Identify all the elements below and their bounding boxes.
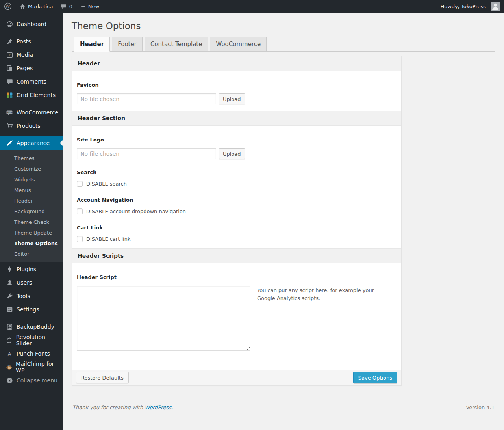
users-icon: [6, 279, 13, 286]
header-script-help: You can put any script here, for example…: [257, 286, 379, 302]
nav-tab-wrapper: Header Footer Contact Template WooCommer…: [72, 37, 495, 52]
footer-version: Version 4.1: [466, 404, 495, 410]
media-icon: ♪: [6, 52, 13, 58]
disable-account-nav-checkbox-label: DISABLE account dropdown navigation: [86, 208, 186, 214]
comments-icon: [6, 78, 13, 85]
favicon-upload-button[interactable]: Upload: [219, 93, 245, 104]
main-content: Theme Options Header Footer Contact Temp…: [63, 13, 504, 430]
menu-separator: [0, 31, 63, 35]
disable-search-row: DISABLE search: [77, 181, 397, 187]
site-name-link[interactable]: Marketica: [16, 0, 57, 13]
disable-cart-link-row: DISABLE cart link: [77, 236, 397, 242]
comments-count: 0: [69, 4, 72, 9]
cart-link-label: Cart Link: [77, 225, 397, 231]
sidebar-subitem-editor[interactable]: Editor: [0, 249, 63, 259]
sidebar-item-revolution-slider[interactable]: Revolution Slider: [0, 333, 63, 347]
my-account-menu[interactable]: Howdy, TokoPress: [437, 0, 504, 13]
new-content-menu[interactable]: New: [76, 0, 103, 13]
header-script-textarea[interactable]: [77, 286, 250, 351]
sidebar-subitem-header[interactable]: Header: [0, 195, 63, 206]
appearance-submenu: Themes Customize Widgets Menus Header Ba…: [0, 150, 63, 262]
sidebar-subitem-menus[interactable]: Menus: [0, 185, 63, 195]
sidebar-item-woocommerce[interactable]: Woo WooCommerce: [0, 106, 63, 119]
sidebar-item-pages[interactable]: Pages: [0, 61, 63, 75]
favicon-label: Favicon: [77, 82, 397, 88]
disable-account-nav-row: DISABLE account dropdown navigation: [77, 208, 397, 214]
sidebar-item-comments[interactable]: Comments: [0, 75, 63, 88]
section-header-header: Header: [72, 56, 401, 71]
punch-fonts-letter-icon: A: [6, 350, 13, 357]
sidebar-item-users[interactable]: Users: [0, 276, 63, 289]
sidebar-item-dashboard[interactable]: Dashboard: [0, 17, 63, 31]
home-icon: [20, 4, 26, 9]
save-options-button[interactable]: Save Options: [353, 372, 397, 383]
woocommerce-icon: Woo: [6, 109, 13, 116]
wordpress-logo-menu[interactable]: W: [0, 0, 16, 13]
sidebar-subitem-widgets[interactable]: Widgets: [0, 174, 63, 185]
tab-footer[interactable]: Footer: [112, 37, 143, 52]
tab-woocommerce[interactable]: WooCommerce: [210, 37, 267, 52]
sidebar-subitem-customize[interactable]: Customize: [0, 164, 63, 174]
tab-contact-template[interactable]: Contact Template: [145, 37, 208, 52]
dashboard-icon: [6, 21, 13, 28]
comment-bubble-icon: [61, 4, 67, 9]
sidebar-item-appearance[interactable]: Appearance: [0, 136, 63, 150]
plugins-icon: [6, 266, 13, 273]
sidebar-item-grid-elements[interactable]: Grid Elements: [0, 88, 63, 102]
menu-separator: [0, 132, 63, 136]
sidebar-subitem-background[interactable]: Background: [0, 206, 63, 217]
svg-text:♪: ♪: [8, 52, 10, 57]
sidebar-subitem-theme-options[interactable]: Theme Options: [0, 238, 63, 249]
disable-cart-link-checkbox[interactable]: [77, 236, 83, 242]
collapse-menu-button[interactable]: Collapse menu: [0, 374, 63, 387]
plus-icon: [80, 4, 86, 9]
section-header-header-scripts: Header Scripts: [72, 248, 401, 263]
site-logo-upload-button[interactable]: Upload: [219, 148, 245, 159]
section-body-header-section: Site Logo Upload Search DISABLE search A…: [72, 126, 401, 248]
posts-icon: [6, 38, 13, 45]
sidebar-item-backupbuddy[interactable]: BackupBuddy: [0, 320, 63, 333]
wordpress-logo-icon: W: [4, 2, 12, 10]
panel-footer: Restore Defaults Save Options: [72, 370, 401, 385]
sidebar-subitem-theme-update[interactable]: Theme Update: [0, 227, 63, 238]
disable-cart-link-checkbox-label: DISABLE cart link: [86, 236, 130, 242]
disable-search-checkbox-label: DISABLE search: [86, 181, 127, 187]
svg-text:W: W: [6, 4, 10, 9]
disable-account-nav-checkbox[interactable]: [77, 208, 83, 214]
header-script-label: Header Script: [77, 274, 397, 280]
page-title: Theme Options: [72, 13, 495, 32]
sidebar-item-products[interactable]: Products: [0, 119, 63, 132]
settings-sliders-icon: [6, 306, 13, 313]
admin-menu: Dashboard Posts ♪ Media Pages Comme: [0, 13, 63, 430]
pages-icon: [6, 65, 13, 72]
tools-wrench-icon: [6, 293, 13, 300]
sidebar-item-plugins[interactable]: Plugins: [0, 262, 63, 276]
sidebar-item-posts[interactable]: Posts: [0, 35, 63, 48]
tab-header[interactable]: Header: [74, 37, 110, 52]
header-script-row: You can put any script here, for example…: [77, 286, 397, 351]
theme-options-panel: Header Favicon Upload Header Section Sit…: [72, 56, 402, 386]
sidebar-item-tools[interactable]: Tools: [0, 289, 63, 303]
svg-text:A: A: [7, 351, 11, 357]
howdy-text: Howdy, TokoPress: [441, 4, 486, 9]
disable-search-checkbox[interactable]: [77, 181, 83, 187]
site-logo-label: Site Logo: [77, 137, 397, 143]
mailchimp-monkey-icon: [6, 364, 13, 370]
sidebar-item-mailchimp[interactable]: MailChimp for WP: [0, 360, 63, 374]
comments-bubble-link[interactable]: 0: [57, 0, 76, 13]
restore-defaults-button[interactable]: Restore Defaults: [76, 372, 129, 383]
wordpress-link[interactable]: WordPress.: [145, 404, 173, 410]
sidebar-item-punch-fonts[interactable]: A Punch Fonts: [0, 347, 63, 360]
svg-text:Woo: Woo: [7, 111, 13, 114]
site-logo-file-row: Upload: [77, 148, 397, 159]
favicon-file-input[interactable]: [77, 93, 216, 104]
admin-bar: W Marketica 0 New Howdy, TokoPress: [0, 0, 504, 13]
sidebar-subitem-theme-check[interactable]: Theme Check: [0, 217, 63, 227]
menu-separator: [0, 102, 63, 106]
sidebar-item-settings[interactable]: Settings: [0, 303, 63, 316]
sidebar-item-media[interactable]: ♪ Media: [0, 48, 63, 61]
appearance-brush-icon: [6, 140, 13, 147]
sidebar-subitem-themes[interactable]: Themes: [0, 153, 63, 164]
favicon-file-row: Upload: [77, 93, 397, 104]
site-logo-file-input[interactable]: [77, 148, 216, 159]
